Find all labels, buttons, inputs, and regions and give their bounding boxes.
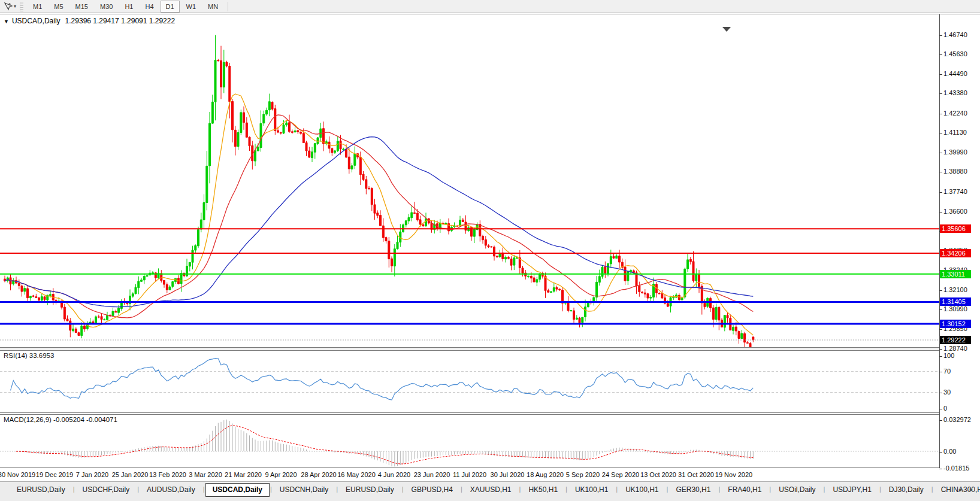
dropdown-caret-icon[interactable]: ▾ [14, 4, 16, 9]
date-axis-label: 19 Nov 2020 [707, 471, 761, 478]
price-line-badge: 1.29222 [940, 336, 971, 344]
chart-tab-eurusd-daily[interactable]: EURUSD,Daily [10, 483, 72, 497]
macd-signal-line [16, 426, 753, 464]
timeframe-button-m30[interactable]: M30 [95, 1, 118, 13]
macd-histogram [8, 420, 754, 466]
chart-tab-ger30-h1[interactable]: GER30,H1 [669, 483, 718, 497]
rsi-scale-label: 100 [943, 352, 954, 359]
chart-canvas[interactable] [0, 14, 939, 468]
collapse-triangle-icon[interactable]: ▼ [4, 19, 9, 25]
chart-tab-usdcnh-daily[interactable]: USDCNH,Daily [273, 483, 335, 497]
chart-title-symbol: USDCAD,Daily [12, 17, 61, 25]
macd-scale-label: -0.01815 [943, 464, 969, 472]
price-tick-label: 1.39990 [943, 148, 967, 156]
price-tick-label: 1.32100 [943, 286, 967, 293]
price-axis[interactable]: 1.467401.456301.444901.433801.422401.411… [939, 14, 980, 468]
chart-tab-usoil-daily[interactable]: USOil,Daily [772, 483, 822, 497]
rsi-scale-label: 0 [943, 405, 947, 412]
timeframe-toolbar: ▾ M1M5M15M30H1H4D1W1MN [0, 0, 980, 13]
crosshair-tool-icon[interactable] [2, 1, 14, 12]
chart-tab-hk50-h1[interactable]: HK50,H1 [521, 483, 565, 497]
tab-scroll-arrows[interactable]: ◄ ► [957, 487, 976, 493]
chart-tab-gbpusd-h4[interactable]: GBPUSD,H4 [404, 483, 460, 497]
price-line-badge: 1.33011 [940, 270, 971, 278]
timeframe-button-d1[interactable]: D1 [161, 1, 180, 13]
ma-60-line [5, 137, 753, 307]
chart-tab-fra40-h1[interactable]: FRA40,H1 [721, 483, 769, 497]
price-tick-label: 1.43380 [943, 89, 967, 96]
chart-title: ▼USDCAD,Daily1.29396 1.29417 1.29091 1.2… [4, 17, 175, 25]
chart-tab-audusd-daily[interactable]: AUDUSD,Daily [140, 483, 202, 497]
timeframe-button-m5[interactable]: M5 [49, 1, 68, 13]
price-tick-label: 1.46740 [943, 31, 967, 38]
price-tick-label: 1.41130 [943, 129, 967, 136]
rsi-scale-label: 70 [943, 368, 951, 375]
price-line-badge: 1.31405 [940, 297, 971, 306]
timeframe-buttons: M1M5M15M30H1H4D1W1MN [27, 1, 224, 13]
timeframe-button-m15[interactable]: M15 [70, 1, 93, 13]
ma-10-line [5, 94, 753, 335]
price-tick-label: 1.36600 [943, 208, 967, 215]
chart-tab-usdjpy-h1[interactable]: USDJPY,H1 [825, 483, 878, 497]
price-tick-label: 1.37740 [943, 188, 967, 195]
price-tick-label: 1.28740 [943, 345, 967, 352]
chart-tab-usdchf-daily[interactable]: USDCHF,Daily [75, 483, 137, 497]
timeframe-button-w1[interactable]: W1 [181, 1, 202, 13]
rsi-indicator-value: 33.6953 [29, 352, 55, 359]
chart-tab-uk100-h1[interactable]: UK100,H1 [618, 483, 666, 497]
bull-candle-wicks [8, 35, 742, 339]
date-axis[interactable]: 30 Nov 201919 Dec 20197 Jan 202025 Jan 2… [0, 468, 939, 481]
toolbar-separator [228, 2, 228, 11]
chart-tab-eurusd-daily[interactable]: EURUSD,Daily [338, 483, 401, 497]
mt4-terminal: ▾ M1M5M15M30H1H4D1W1MN ▼USDCAD,Daily1.29… [0, 0, 980, 501]
macd-scale-label: 0.032972 [943, 416, 971, 423]
price-line-badge: 1.35606 [940, 224, 971, 233]
price-tick-label: 1.44490 [943, 70, 967, 77]
timeframe-button-h4[interactable]: H4 [140, 1, 159, 13]
ma-25-line [5, 115, 753, 318]
chart-title-ohlc: 1.29396 1.29417 1.29091 1.29222 [65, 17, 176, 25]
macd-scale-label: 0.00 [943, 448, 956, 455]
chart-tab-uk100-h1[interactable]: UK100,H1 [568, 483, 615, 497]
price-tick-label: 1.42240 [943, 110, 967, 117]
rsi-indicator-name: RSI(14) [4, 352, 28, 359]
chart-window: ▼USDCAD,Daily1.29396 1.29417 1.29091 1.2… [0, 14, 980, 481]
chart-tab-xauusd-h1[interactable]: XAUUSD,H1 [463, 483, 519, 497]
toolbar-grip-handle[interactable] [20, 2, 23, 11]
price-tick-label: 1.45630 [943, 50, 967, 57]
timeframe-button-h1[interactable]: H1 [119, 1, 138, 13]
price-tick-label: 1.30990 [943, 305, 967, 312]
chart-tab-bar: EURUSD,Daily|USDCHF,Daily|AUDUSD,Daily|U… [0, 481, 980, 501]
price-tick-label: 1.38880 [943, 168, 967, 175]
price-line-badge: 1.30152 [940, 320, 971, 328]
chart-tab-usdcad-daily[interactable]: USDCAD,Daily [205, 483, 270, 497]
rsi-label: RSI(14) 33.6953 [4, 352, 54, 359]
rsi-line [11, 359, 754, 400]
chart-tab-dj30-daily[interactable]: DJ30,Daily [882, 483, 931, 497]
bear-candle-wicks [5, 46, 753, 350]
macd-indicator-values: -0.005204 -0.004071 [53, 416, 117, 423]
rsi-scale-label: 30 [943, 388, 951, 396]
chart-shift-marker-icon[interactable] [722, 27, 731, 32]
macd-label: MACD(12,26,9) -0.005204 -0.004071 [4, 416, 117, 423]
timeframe-button-m1[interactable]: M1 [28, 1, 47, 13]
panel-splitter[interactable] [0, 348, 939, 350]
timeframe-button-mn[interactable]: MN [202, 1, 223, 13]
price-line-badge: 1.34206 [940, 249, 971, 257]
bear-candle-bodies [4, 60, 754, 349]
macd-indicator-name: MACD(12,26,9) [4, 416, 52, 423]
